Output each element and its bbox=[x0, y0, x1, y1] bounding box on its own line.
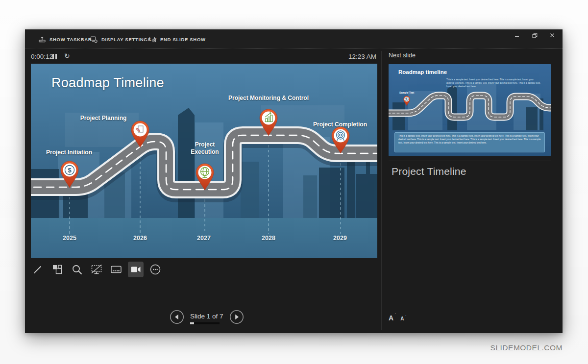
thumbnail-marker-label: Sample Text bbox=[399, 91, 414, 94]
more-options-button[interactable] bbox=[147, 262, 163, 277]
arrow-right-icon bbox=[229, 310, 244, 324]
milestone-year: 2025 bbox=[63, 235, 76, 242]
slide-counter-block: Slide 1 of 7 bbox=[190, 310, 223, 324]
end-slide-show-icon bbox=[149, 36, 156, 43]
minimize-icon bbox=[514, 33, 519, 38]
taskbar-icon bbox=[39, 36, 46, 43]
presenter-topbar: SHOW TASKBAR DISPLAY SETTINGS ▼ END SLID… bbox=[25, 29, 563, 49]
subtitles-button[interactable] bbox=[108, 262, 124, 277]
svg-text:$: $ bbox=[68, 167, 72, 174]
milestone-label: Project Planning bbox=[72, 115, 135, 122]
slide-progress-bar bbox=[190, 322, 220, 324]
close-icon bbox=[550, 33, 555, 38]
display-settings-icon bbox=[90, 36, 98, 43]
milestone-pin-monitoring bbox=[258, 108, 279, 136]
milestone-year: 2029 bbox=[333, 235, 347, 242]
show-taskbar-label: SHOW TASKBAR bbox=[49, 37, 92, 42]
svg-text:$: $ bbox=[406, 97, 408, 100]
milestone-pin-execution bbox=[194, 162, 216, 191]
arrow-left-icon bbox=[170, 310, 184, 324]
next-slide-button[interactable] bbox=[229, 310, 244, 324]
roadmap-graphic bbox=[31, 64, 377, 258]
speaker-notes[interactable]: Project Timeline bbox=[392, 166, 466, 177]
slide-progress-fill bbox=[190, 322, 194, 324]
notes-divider bbox=[389, 161, 551, 161]
end-slide-show-label: END SLIDE SHOW bbox=[160, 37, 206, 42]
svg-text:✎: ✎ bbox=[136, 126, 141, 134]
current-slide[interactable]: Roadmap Timeline Project Initiation Proj… bbox=[31, 64, 377, 258]
milestone-year: 2027 bbox=[197, 235, 211, 242]
slide-title: Roadmap Timeline bbox=[51, 75, 164, 91]
all-slides-icon bbox=[51, 263, 64, 276]
magnifier-icon bbox=[71, 263, 83, 276]
presenter-view-page: SHOW TASKBAR DISPLAY SETTINGS ▼ END SLID… bbox=[0, 0, 588, 364]
decrease-caret: ˙ bbox=[405, 315, 406, 318]
subtitles-icon bbox=[110, 263, 122, 276]
current-time: 12:23 AM bbox=[327, 53, 376, 60]
milestone-pin-initiation: $ bbox=[59, 160, 80, 188]
milestone-pin-planning: ✎ bbox=[129, 120, 151, 148]
milestone-year: 2028 bbox=[262, 235, 275, 242]
increase-font-button[interactable]: A˙ bbox=[389, 315, 393, 321]
see-all-slides-button[interactable] bbox=[49, 262, 65, 277]
notes-font-controls: A˙ A˙ bbox=[389, 315, 404, 321]
restore-icon bbox=[532, 33, 538, 38]
camera-button[interactable] bbox=[128, 262, 144, 277]
watermark: SLIDEMODEL.COM bbox=[490, 343, 563, 352]
next-slide-thumbnail[interactable]: Roadmap timeline This is a sample text. … bbox=[389, 64, 551, 156]
black-screen-icon bbox=[90, 263, 103, 276]
thumbnail-body-text: This is a sample text. Insert your desir… bbox=[446, 78, 541, 89]
presenter-window: SHOW TASKBAR DISPLAY SETTINGS ▼ END SLID… bbox=[25, 29, 563, 333]
window-controls bbox=[511, 31, 559, 40]
milestone-year: 2026 bbox=[133, 235, 147, 242]
show-taskbar-button[interactable]: SHOW TASKBAR bbox=[39, 29, 92, 49]
elapsed-timer: 0:00:12 bbox=[31, 53, 53, 60]
decrease-font-button[interactable]: A˙ bbox=[400, 316, 404, 321]
milestone-label: Project Execution bbox=[185, 141, 224, 156]
pen-tool-button[interactable] bbox=[30, 262, 46, 277]
camera-icon bbox=[129, 263, 142, 276]
thumbnail-title: Roadmap timeline bbox=[398, 69, 447, 75]
milestone-pin-completion bbox=[330, 125, 351, 154]
milestone-label: Project Monitoring & Control bbox=[227, 95, 310, 102]
previous-slide-button[interactable] bbox=[170, 310, 184, 324]
black-screen-button[interactable] bbox=[89, 262, 104, 277]
next-slide-header: Next slide bbox=[389, 52, 416, 59]
pause-timer-button[interactable] bbox=[52, 54, 57, 59]
increase-caret: ˙ bbox=[395, 313, 396, 316]
pause-icon bbox=[52, 54, 54, 59]
minimize-button[interactable] bbox=[511, 31, 523, 40]
pen-icon bbox=[31, 263, 44, 276]
slide-counter: Slide 1 of 7 bbox=[190, 313, 223, 320]
slide-tools bbox=[30, 262, 163, 277]
close-button[interactable] bbox=[546, 31, 559, 40]
ellipsis-icon bbox=[149, 263, 162, 276]
milestone-label: Project Initiation bbox=[37, 149, 101, 156]
thumbnail-pin: $ bbox=[403, 96, 411, 106]
end-slide-show-button[interactable]: END SLIDE SHOW bbox=[149, 29, 206, 49]
display-settings-button[interactable]: DISPLAY SETTINGS ▼ bbox=[90, 29, 158, 49]
zoom-tool-button[interactable] bbox=[69, 262, 85, 277]
panel-divider-vertical bbox=[381, 51, 382, 330]
restore-button[interactable] bbox=[528, 31, 541, 40]
thumbnail-footer-text: This is a sample text. Insert your desir… bbox=[394, 132, 545, 152]
restart-timer-button[interactable]: ↻ bbox=[64, 52, 70, 60]
slide-navigation: Slide 1 of 7 bbox=[170, 310, 244, 324]
